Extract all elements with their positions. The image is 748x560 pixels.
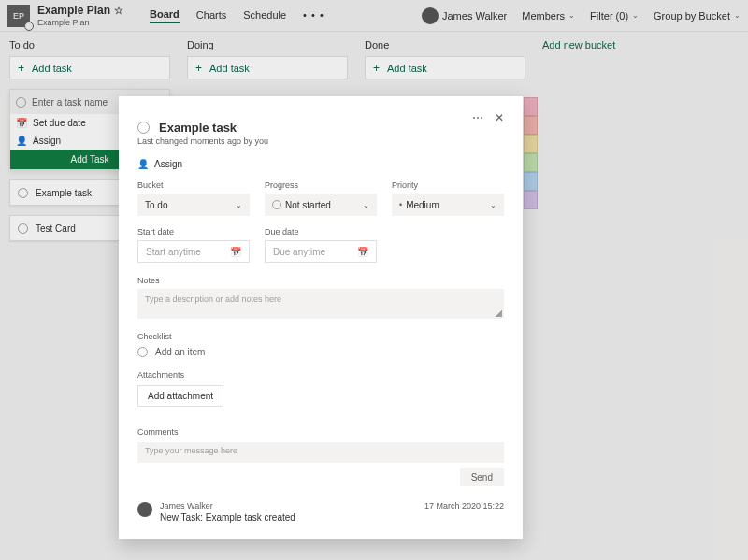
- chevron-down-icon: ⌄: [236, 201, 242, 209]
- checklist-add-label: Add an item: [155, 347, 205, 357]
- priority-value: Medium: [406, 200, 490, 210]
- comment-placeholder: Type your message here: [145, 446, 237, 455]
- priority-icon: •: [399, 200, 402, 209]
- more-icon[interactable]: ⋯: [472, 111, 483, 124]
- chevron-down-icon: ⌄: [363, 201, 369, 209]
- field-row-2: Start date Start anytime Due date Due an…: [137, 227, 504, 263]
- comment-input[interactable]: Type your message here: [137, 442, 504, 463]
- priority-label: Priority: [392, 180, 504, 190]
- due-date-placeholder: Due anytime: [273, 247, 325, 257]
- bucket-label: Bucket: [137, 180, 250, 190]
- bucket-select[interactable]: To do ⌄: [137, 194, 250, 216]
- send-row: Send: [137, 468, 504, 486]
- modal-subtitle: Last changed moments ago by you: [137, 136, 504, 146]
- add-attachment-button[interactable]: Add attachment: [137, 385, 223, 407]
- due-date-input[interactable]: Due anytime: [265, 240, 377, 263]
- modal-title[interactable]: Example task: [159, 121, 237, 135]
- activity-row: James Walker New Task: Example task crea…: [137, 501, 504, 523]
- priority-field: Priority • Medium ⌄: [392, 180, 504, 216]
- modal-assign-label: Assign: [154, 159, 182, 169]
- due-date-label: Due date: [265, 227, 377, 237]
- close-icon[interactable]: ✕: [495, 111, 504, 124]
- comments-label: Comments: [137, 427, 504, 437]
- checklist-label: Checklist: [137, 332, 504, 341]
- attachments-label: Attachments: [137, 370, 504, 380]
- chevron-down-icon: ⌄: [490, 201, 496, 209]
- start-date-placeholder: Start anytime: [146, 247, 201, 257]
- progress-value: Not started: [285, 200, 363, 210]
- progress-label: Progress: [265, 180, 377, 190]
- modal-title-row: Example task: [137, 121, 504, 135]
- due-date-field: Due date Due anytime: [265, 227, 377, 263]
- bucket-value: To do: [145, 200, 167, 210]
- calendar-icon: [230, 247, 241, 257]
- complete-radio-icon[interactable]: [137, 122, 150, 134]
- send-button[interactable]: Send: [460, 468, 504, 486]
- avatar-icon: [137, 502, 152, 517]
- radio-icon: [137, 347, 148, 357]
- start-date-label: Start date: [137, 227, 250, 237]
- activity-body: James Walker New Task: Example task crea…: [160, 501, 295, 523]
- task-detail-modal: ⋯ ✕ Example task Last changed moments ag…: [119, 96, 523, 539]
- activity-user: James Walker: [160, 501, 295, 510]
- notes-placeholder: Type a description or add notes here: [145, 294, 281, 304]
- modal-assign[interactable]: Assign: [137, 159, 504, 169]
- activity-time: 17 March 2020 15:22: [424, 501, 504, 510]
- progress-select[interactable]: Not started ⌄: [265, 194, 377, 216]
- notes-textarea[interactable]: Type a description or add notes here: [137, 289, 504, 319]
- field-row-1: Bucket To do ⌄ Progress Not started ⌄ Pr…: [137, 180, 504, 216]
- calendar-icon: [357, 247, 368, 257]
- priority-select[interactable]: • Medium ⌄: [392, 194, 504, 216]
- person-icon: [137, 159, 149, 169]
- activity-text: New Task: Example task created: [160, 512, 295, 523]
- start-date-field: Start date Start anytime: [137, 227, 250, 263]
- progress-field: Progress Not started ⌄: [265, 180, 377, 216]
- checklist-add-row[interactable]: Add an item: [137, 347, 504, 357]
- notes-wrap: Type a description or add notes here: [137, 289, 504, 319]
- notes-label: Notes: [137, 276, 504, 285]
- status-icon: [272, 200, 281, 209]
- start-date-input[interactable]: Start anytime: [137, 240, 250, 263]
- bucket-field: Bucket To do ⌄: [137, 180, 250, 216]
- resize-handle-icon[interactable]: [496, 310, 502, 317]
